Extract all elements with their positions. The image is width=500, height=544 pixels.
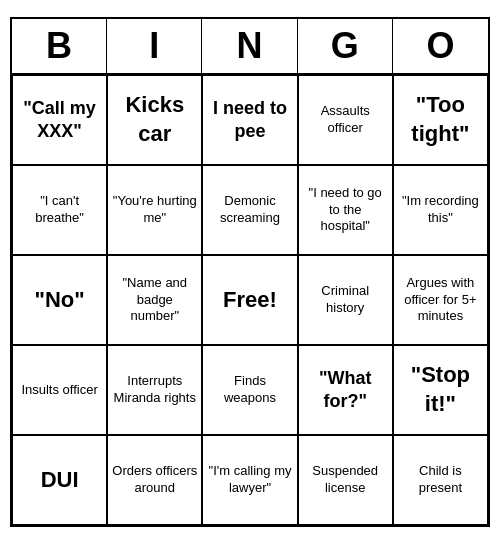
header-letter: G	[298, 19, 393, 73]
bingo-cell-22: "I'm calling my lawyer"	[202, 435, 297, 525]
bingo-cell-23: Suspended license	[298, 435, 393, 525]
header-letter: B	[12, 19, 107, 73]
bingo-cell-7: Demonic screaming	[202, 165, 297, 255]
bingo-card: BINGO "Call my XXX"Kicks carI need to pe…	[10, 17, 490, 527]
header-letter: O	[393, 19, 488, 73]
bingo-cell-13: Criminal history	[298, 255, 393, 345]
bingo-cell-6: "You're hurting me"	[107, 165, 202, 255]
bingo-cell-1: Kicks car	[107, 75, 202, 165]
bingo-cell-24: Child is present	[393, 435, 488, 525]
bingo-cell-0: "Call my XXX"	[12, 75, 107, 165]
bingo-cell-16: Interrupts Miranda rights	[107, 345, 202, 435]
bingo-cell-12: Free!	[202, 255, 297, 345]
bingo-cell-2: I need to pee	[202, 75, 297, 165]
bingo-cell-5: "I can't breathe"	[12, 165, 107, 255]
bingo-cell-10: "No"	[12, 255, 107, 345]
bingo-cell-15: Insults officer	[12, 345, 107, 435]
bingo-cell-4: "Too tight"	[393, 75, 488, 165]
bingo-cell-9: "Im recording this"	[393, 165, 488, 255]
bingo-header: BINGO	[12, 19, 488, 75]
bingo-cell-8: "I need to go to the hospital"	[298, 165, 393, 255]
bingo-grid: "Call my XXX"Kicks carI need to peeAssau…	[12, 75, 488, 525]
bingo-cell-18: "What for?"	[298, 345, 393, 435]
bingo-cell-20: DUI	[12, 435, 107, 525]
bingo-cell-21: Orders officers around	[107, 435, 202, 525]
bingo-cell-11: "Name and badge number"	[107, 255, 202, 345]
bingo-cell-17: Finds weapons	[202, 345, 297, 435]
header-letter: I	[107, 19, 202, 73]
bingo-cell-3: Assaults officer	[298, 75, 393, 165]
bingo-cell-14: Argues with officer for 5+ minutes	[393, 255, 488, 345]
header-letter: N	[202, 19, 297, 73]
bingo-cell-19: "Stop it!"	[393, 345, 488, 435]
